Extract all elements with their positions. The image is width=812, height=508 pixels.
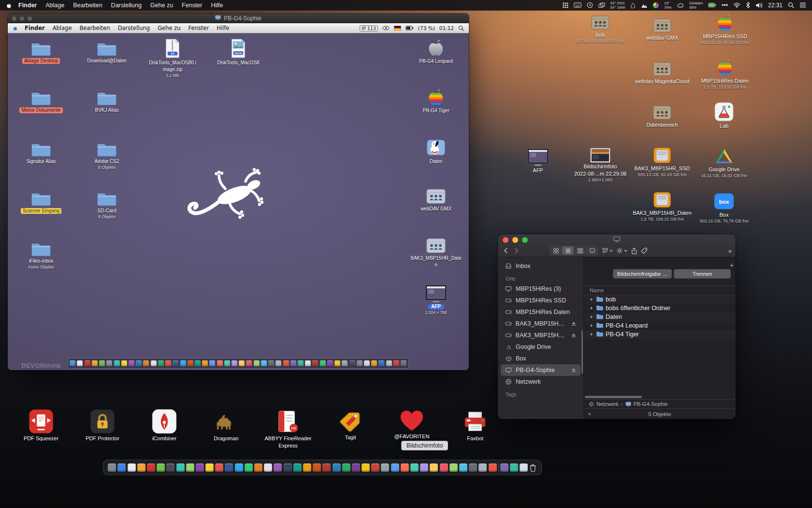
eject-button[interactable] <box>571 321 577 327</box>
sidebar-item-bak3-mbp15hr-[interactable]: BAK3_MBP15HR… <box>501 329 580 341</box>
dock-app-icon[interactable] <box>117 463 126 472</box>
dock-app-icon[interactable] <box>92 360 98 366</box>
dock-app-icon[interactable] <box>381 463 389 472</box>
dock-app-icon[interactable] <box>276 360 281 366</box>
remote-battery-icon[interactable] <box>406 26 414 30</box>
desktop-icon-pdf-squeezer[interactable]: PDF Squeezer <box>8 408 74 442</box>
menu-gehe-zu[interactable]: Gehe zu <box>154 25 184 31</box>
desktop-icon-afp-host[interactable]: AFP <box>507 148 569 174</box>
battery-icon[interactable] <box>708 2 716 8</box>
dock-app-icon[interactable] <box>268 360 274 366</box>
action-menu-button[interactable] <box>616 247 627 254</box>
dock-app-icon[interactable] <box>157 463 165 472</box>
menu-fenster[interactable]: Fenster <box>177 2 206 9</box>
dock-app-icon[interactable] <box>99 360 105 366</box>
desktop-icon-bak3-mbp15hr-daten-host[interactable]: BAK3_MBP15HR_Daten1,5 TB, 159,31 GB frei <box>631 191 693 222</box>
dock-app-icon[interactable] <box>173 360 178 366</box>
dock-app-icon[interactable] <box>290 360 296 366</box>
spotlight-icon[interactable] <box>788 2 794 8</box>
dock-app-icon[interactable] <box>176 463 185 472</box>
desktop-icon-webdav-magentacloud[interactable]: webdav MagentaCloud <box>631 59 693 85</box>
desktop-icon-webdav-gmx[interactable]: webDAV GMX <box>407 186 465 212</box>
desktop-icon-abbyy-finereader[interactable]: FRABBYY FineReaderExpress <box>255 408 321 449</box>
dock-app-icon[interactable] <box>239 360 245 366</box>
dock-app-icon[interactable] <box>303 463 311 472</box>
cloud-sync-icon[interactable] <box>677 2 684 8</box>
menubar-clock[interactable]: 22:31 <box>768 2 783 9</box>
dock-app-icon[interactable] <box>147 463 155 472</box>
desktop-icon-box[interactable]: boxBox500,15 GB, 76,78 GB frei <box>693 192 755 224</box>
dock-app-icon[interactable] <box>312 360 318 366</box>
menu-finder[interactable]: Finder <box>14 2 41 9</box>
desktop-icon-scanner-eingang[interactable]: Scanner Eingang <box>12 191 70 214</box>
back-button[interactable] <box>503 247 509 254</box>
dock-app-icon[interactable] <box>180 360 186 366</box>
dock-app-icon[interactable] <box>217 360 223 366</box>
dock-app-icon[interactable] <box>196 463 204 472</box>
sidebar-scrollbar[interactable] <box>581 330 583 374</box>
dock-app-icon[interactable] <box>293 463 302 472</box>
desktop-icon-pdf-protector[interactable]: PDF Protector <box>70 408 135 442</box>
sidebar-item-inbox[interactable]: Inbox <box>501 260 580 272</box>
dock-app-icon[interactable] <box>235 463 243 472</box>
tags-button[interactable] <box>641 247 648 254</box>
dock-app-icon[interactable] <box>357 360 362 366</box>
dock-app-icon[interactable] <box>209 360 215 366</box>
view-icons-button[interactable] <box>550 246 562 255</box>
eject-button[interactable] <box>571 367 577 373</box>
finder-titlebar[interactable]: » <box>498 234 736 257</box>
desktop-icon-google-drive[interactable]: Google Drive16,11 GB, 16,02 GB frei <box>693 147 755 178</box>
eye-icon[interactable] <box>382 26 390 30</box>
desktop-icon-download-daten[interactable]: Download@Daten <box>78 41 136 64</box>
dock-app-icon[interactable] <box>334 360 340 366</box>
file-row-daten[interactable]: Daten <box>584 313 736 321</box>
dock-app-icon[interactable] <box>143 360 149 366</box>
dock-app-icon[interactable] <box>459 463 467 472</box>
dock-app-icon[interactable] <box>137 463 145 472</box>
dock-app-icon[interactable] <box>320 360 326 366</box>
dock-app-icon[interactable] <box>298 360 304 366</box>
dock-app-icon[interactable] <box>224 360 230 366</box>
dock-app-icon[interactable] <box>510 463 518 472</box>
dock-app-icon[interactable] <box>430 463 438 472</box>
dock-app-icon[interactable] <box>108 463 116 472</box>
dock-app-icon[interactable] <box>393 360 399 366</box>
dock-app-icon[interactable] <box>386 360 392 366</box>
overflow-dots[interactable]: ••• <box>722 2 728 9</box>
forward-button[interactable] <box>513 247 520 254</box>
dock-app-icon[interactable] <box>254 463 262 472</box>
screen-sharing-titlebar[interactable]: PB-G4-Sophie <box>8 14 469 23</box>
menu-bearbeiten[interactable]: Bearbeiten <box>69 2 106 9</box>
file-row-pb-g4-tiger[interactable]: PB-G4 Tiger <box>584 330 736 339</box>
file-row-bob[interactable]: bob <box>584 295 736 304</box>
dock-app-icon[interactable] <box>322 463 331 472</box>
dock-app-icon[interactable] <box>450 463 458 472</box>
dock-app-icon[interactable] <box>410 463 419 472</box>
apple-menu-icon[interactable] <box>6 2 14 9</box>
desktop-icon-lab[interactable]: Lab <box>693 102 755 129</box>
dock-app-icon[interactable] <box>246 360 252 366</box>
dock-app-icon[interactable] <box>114 360 120 366</box>
menu-gehe-zu[interactable]: Gehe zu <box>146 2 177 9</box>
dock-app-icon[interactable] <box>489 463 497 472</box>
dock-app-icon[interactable] <box>342 463 350 472</box>
sidebar-item-mbp15hires-ssd[interactable]: MBP15HiRes SSD <box>501 295 580 306</box>
desktop-icon-bak3-mbp15hr-daten[interactable]: BAK3_MBP15HR_Daten <box>407 235 465 268</box>
remote-apple-menu-icon[interactable] <box>8 25 21 31</box>
desktop-icon-icombiner[interactable]: iCombiner <box>131 408 197 442</box>
desktop-icon-webdav-gmx-host[interactable]: webdav GMX <box>631 15 693 41</box>
disclosure-triangle-icon[interactable] <box>590 322 594 329</box>
battery-status[interactable]: Geladen95% <box>689 1 703 10</box>
desktop-icon-favoriten[interactable]: @FAVORITEN <box>379 408 445 440</box>
dock-app-icon[interactable] <box>158 360 164 366</box>
dock-app-icon[interactable] <box>440 463 448 472</box>
menu-fenster[interactable]: Fenster <box>185 25 213 31</box>
desktop-icon-pb-g4-leopard[interactable]: PB-G4 Leopard <box>407 36 465 64</box>
bluetooth-icon[interactable] <box>746 2 750 8</box>
sidebar-item-box[interactable]: Box <box>501 353 580 364</box>
dock-app-icon[interactable] <box>85 360 90 366</box>
pinwheel-icon[interactable] <box>653 2 659 8</box>
menu-ablage[interactable]: Ablage <box>41 2 69 9</box>
dock-app-icon[interactable] <box>520 463 528 472</box>
german-flag-icon[interactable] <box>394 26 401 30</box>
